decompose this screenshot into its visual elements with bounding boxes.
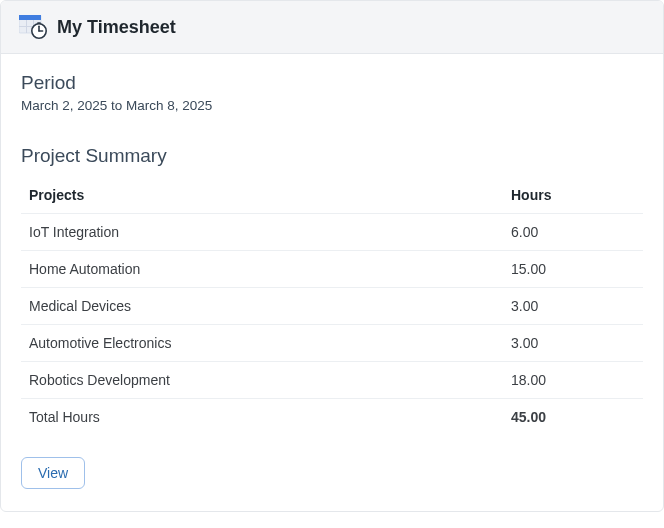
svg-rect-6 (37, 22, 41, 24)
view-button[interactable]: View (21, 457, 85, 489)
table-row: IoT Integration 6.00 (21, 214, 643, 251)
project-hours: 3.00 (503, 288, 643, 325)
period-range: March 2, 2025 to March 8, 2025 (21, 98, 643, 113)
project-name: Medical Devices (21, 288, 503, 325)
timesheet-card: My Timesheet Period March 2, 2025 to Mar… (0, 0, 664, 512)
table-row: Robotics Development 18.00 (21, 362, 643, 399)
project-name: Home Automation (21, 251, 503, 288)
total-row: Total Hours 45.00 (21, 399, 643, 436)
col-hours: Hours (503, 177, 643, 214)
project-hours: 15.00 (503, 251, 643, 288)
actions: View (21, 457, 643, 489)
project-name: IoT Integration (21, 214, 503, 251)
card-header: My Timesheet (1, 1, 663, 54)
project-summary-table: Projects Hours IoT Integration 6.00 Home… (21, 177, 643, 435)
card-body: Period March 2, 2025 to March 8, 2025 Pr… (1, 54, 663, 511)
period-label: Period (21, 72, 643, 94)
svg-rect-1 (19, 15, 41, 20)
project-hours: 18.00 (503, 362, 643, 399)
total-hours: 45.00 (503, 399, 643, 436)
table-row: Home Automation 15.00 (21, 251, 643, 288)
project-hours: 6.00 (503, 214, 643, 251)
project-hours: 3.00 (503, 325, 643, 362)
summary-title: Project Summary (21, 145, 643, 167)
project-name: Automotive Electronics (21, 325, 503, 362)
table-row: Medical Devices 3.00 (21, 288, 643, 325)
timesheet-clock-icon (19, 15, 47, 39)
card-title: My Timesheet (57, 17, 176, 38)
project-name: Robotics Development (21, 362, 503, 399)
total-label: Total Hours (21, 399, 503, 436)
col-projects: Projects (21, 177, 503, 214)
table-row: Automotive Electronics 3.00 (21, 325, 643, 362)
